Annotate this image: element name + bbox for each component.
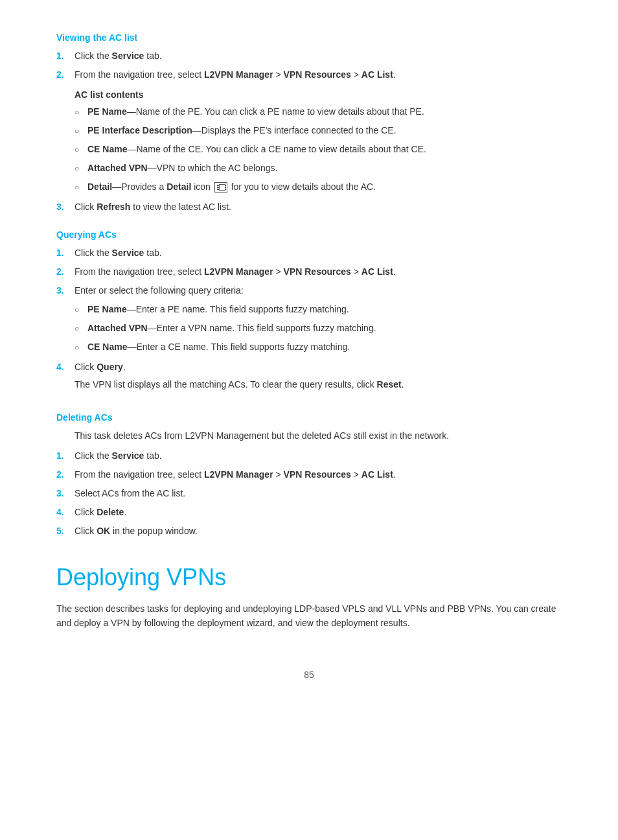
viewing-step-3: 3. Click Refresh to view the latest AC l… — [56, 200, 562, 214]
deleting-heading: Deleting ACs — [56, 412, 562, 423]
querying-steps-list: 1. Click the Service tab. 2. From the na… — [56, 246, 562, 298]
deleting-step-2: 2. From the navigation tree, select L2VP… — [56, 468, 562, 482]
q-ce-name-bold: CE Name — [87, 342, 127, 352]
q-step-2-content: From the navigation tree, select L2VPN M… — [74, 265, 562, 279]
q-bullet-marker-3: ○ — [74, 340, 87, 353]
q-pe-name-content: PE Name—Enter a PE name. This field supp… — [87, 303, 562, 316]
viewing-steps-list: 1. Click the Service tab. 2. From the na… — [56, 49, 562, 82]
detail-bold: Detail — [87, 181, 112, 192]
q-step-number-3: 3. — [56, 284, 74, 298]
bullet-attached-vpn: ○ Attached VPN—VPN to which the AC belon… — [74, 161, 562, 175]
q-step-number-1: 1. — [56, 246, 74, 260]
bullet-marker-2: ○ — [74, 124, 87, 137]
step-number-1: 1. — [56, 49, 74, 63]
page-footer: 85 — [56, 670, 562, 680]
reset-bold: Reset — [377, 379, 402, 390]
deploying-vpns-section: Deploying VPNs The section describes tas… — [56, 564, 562, 631]
d-step-4-content: Click Delete. — [74, 506, 562, 519]
q-step-4-wrapper: Click Query. The VPN list displays all t… — [74, 360, 562, 397]
deploying-title: Deploying VPNs — [56, 564, 562, 591]
detail-icon-label-bold: Detail — [166, 181, 191, 192]
step-3-content: Click Refresh to view the latest AC list… — [74, 200, 562, 214]
q-bullet-marker-2: ○ — [74, 321, 87, 334]
detail-content: Detail—Provides a Detail icon for you to… — [87, 180, 562, 194]
attached-vpn-bold: Attached VPN — [87, 163, 148, 173]
d-step-number-4: 4. — [56, 506, 74, 519]
d-step-2-content: From the navigation tree, select L2VPN M… — [74, 468, 562, 482]
d-step-number-2: 2. — [56, 468, 74, 482]
q-attached-vpn-content: Attached VPN—Enter a VPN name. This fiel… — [87, 321, 562, 335]
q-step-number-4: 4. — [56, 360, 74, 397]
step-1-content: Click the Service tab. — [74, 49, 562, 63]
d-step-3-content: Select ACs from the AC list. — [74, 487, 562, 500]
querying-step-1: 1. Click the Service tab. — [56, 246, 562, 260]
ac-list-bold-1: AC List — [361, 69, 393, 80]
q-step-4-content: Click Query. — [74, 362, 126, 372]
deleting-step-1: 1. Click the Service tab. — [56, 449, 562, 463]
bullet-marker-1: ○ — [74, 105, 87, 118]
querying-heading: Querying ACs — [56, 229, 562, 240]
pe-interface-bold: PE Interface Description — [87, 125, 192, 135]
ac-list-bold-d2: AC List — [361, 469, 393, 480]
deleting-step-3: 3. Select ACs from the AC list. — [56, 487, 562, 500]
q-attached-vpn-bold: Attached VPN — [87, 323, 148, 333]
deleting-steps-list: 1. Click the Service tab. 2. From the na… — [56, 449, 562, 538]
attached-vpn-content: Attached VPN—VPN to which the AC belongs… — [87, 161, 562, 175]
bullet-pe-name: ○ PE Name—Name of the PE. You can click … — [74, 105, 562, 119]
querying-acs-section: Querying ACs 1. Click the Service tab. 2… — [56, 229, 562, 397]
ce-name-content: CE Name—Name of the CE. You can click a … — [87, 143, 562, 156]
deleting-step-5: 5. Click OK in the popup window. — [56, 524, 562, 538]
refresh-bold: Refresh — [97, 202, 130, 212]
pe-interface-content: PE Interface Description—Displays the PE… — [87, 124, 562, 137]
d-step-number-1: 1. — [56, 449, 74, 463]
d-step-5-content: Click OK in the popup window. — [74, 524, 562, 538]
bullet-pe-interface: ○ PE Interface Description—Displays the … — [74, 124, 562, 137]
l2vpn-manager-bold-q2: L2VPN Manager — [204, 266, 273, 277]
query-bold: Query — [97, 362, 122, 372]
page-container: Viewing the AC list 1. Click the Service… — [0, 0, 618, 719]
q-bullet-attached-vpn: ○ Attached VPN—Enter a VPN name. This fi… — [74, 321, 562, 335]
bullet-ce-name: ○ CE Name—Name of the CE. You can click … — [74, 143, 562, 156]
l2vpn-manager-bold-1: L2VPN Manager — [204, 69, 273, 80]
bullet-marker-3: ○ — [74, 143, 87, 156]
querying-step-2: 2. From the navigation tree, select L2VP… — [56, 265, 562, 279]
deleting-acs-section: Deleting ACs This task deletes ACs from … — [56, 412, 562, 538]
vpn-resources-bold-d2: VPN Resources — [284, 469, 351, 480]
bullet-marker-5: ○ — [74, 180, 87, 193]
ok-bold: OK — [97, 526, 110, 536]
q-pe-name-bold: PE Name — [87, 304, 127, 314]
q-step-3-content: Enter or select the following query crit… — [74, 284, 562, 298]
l2vpn-manager-bold-d2: L2VPN Manager — [204, 469, 273, 480]
bullet-marker-4: ○ — [74, 161, 87, 174]
querying-step-3: 3. Enter or select the following query c… — [56, 284, 562, 298]
delete-bold: Delete — [97, 507, 124, 517]
querying-step-4: 4. Click Query. The VPN list displays al… — [56, 360, 562, 397]
step-number-2: 2. — [56, 68, 74, 82]
ac-list-contents-label: AC list contents — [74, 89, 562, 100]
q-ce-name-content: CE Name—Enter a CE name. This field supp… — [87, 340, 562, 354]
step-number-3: 3. — [56, 200, 74, 214]
vpn-resources-bold-1: VPN Resources — [284, 69, 351, 80]
q-step-number-2: 2. — [56, 265, 74, 279]
ac-list-bold-q2: AC List — [361, 266, 393, 277]
query-note: The VPN list displays all the matching A… — [74, 378, 562, 391]
viewing-step-2: 2. From the navigation tree, select L2VP… — [56, 68, 562, 82]
vpn-resources-bold-q2: VPN Resources — [284, 266, 351, 277]
bullet-detail: ○ Detail—Provides a Detail icon for you … — [74, 180, 562, 194]
ce-name-bold: CE Name — [87, 144, 127, 154]
ac-list-bullet-list: ○ PE Name—Name of the PE. You can click … — [74, 105, 562, 194]
viewing-step3-list: 3. Click Refresh to view the latest AC l… — [56, 200, 562, 214]
d-step-number-5: 5. — [56, 524, 74, 538]
querying-bullet-list: ○ PE Name—Enter a PE name. This field su… — [74, 303, 562, 354]
pe-name-content: PE Name—Name of the PE. You can click a … — [87, 105, 562, 119]
service-bold-q1: Service — [112, 248, 144, 258]
deploying-description: The section describes tasks for deployin… — [56, 601, 562, 631]
step-2-content: From the navigation tree, select L2VPN M… — [74, 68, 562, 82]
service-bold-d1: Service — [112, 450, 144, 461]
d-step-1-content: Click the Service tab. — [74, 449, 562, 463]
deleting-note: This task deletes ACs from L2VPN Managem… — [74, 429, 562, 443]
q-bullet-pe-name: ○ PE Name—Enter a PE name. This field su… — [74, 303, 562, 316]
page-number: 85 — [304, 670, 314, 680]
service-bold-1: Service — [112, 51, 144, 61]
querying-step4-list: 4. Click Query. The VPN list displays al… — [56, 360, 562, 397]
